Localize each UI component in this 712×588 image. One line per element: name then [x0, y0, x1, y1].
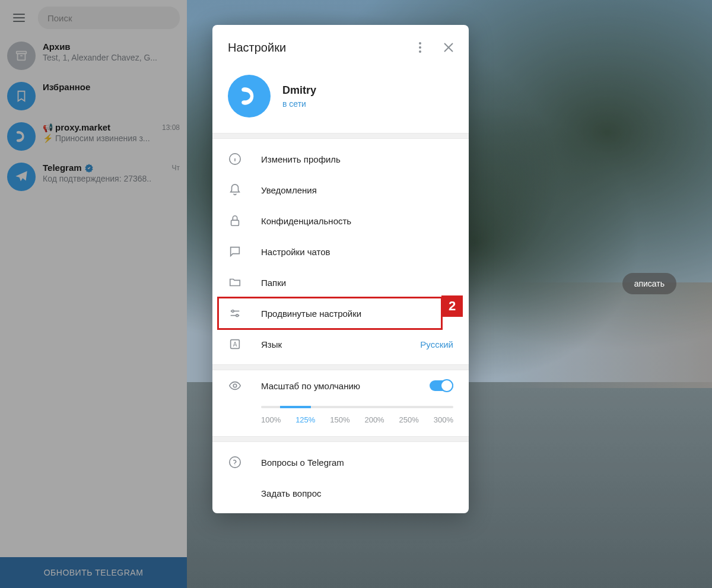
- close-button[interactable]: [437, 36, 460, 59]
- settings-label: Продвинутые настройки: [261, 309, 453, 319]
- settings-edit-profile[interactable]: Изменить профиль: [212, 144, 469, 174]
- divider: [212, 364, 469, 370]
- scale-tick[interactable]: 200%: [364, 415, 384, 424]
- settings-label: Изменить профиль: [261, 154, 453, 164]
- settings-advanced[interactable]: Продвинутые настройки 2: [212, 298, 469, 329]
- info-icon: [228, 152, 242, 166]
- settings-label: Задать вопрос: [261, 488, 453, 498]
- settings-label: Уведомления: [261, 185, 453, 195]
- scale-tick[interactable]: 125%: [295, 415, 315, 424]
- folder-icon: [228, 275, 242, 290]
- settings-language[interactable]: A Язык Русский: [212, 329, 469, 360]
- more-button[interactable]: [408, 36, 432, 59]
- settings-label: Язык: [261, 339, 401, 349]
- svg-rect-11: [231, 220, 239, 225]
- scale-tick[interactable]: 100%: [261, 415, 281, 424]
- settings-chat-settings[interactable]: Настройки чатов: [212, 236, 469, 267]
- help-list: Вопросы о Telegram Задать вопрос: [212, 442, 469, 513]
- settings-value: Русский: [420, 339, 453, 349]
- svg-point-13: [232, 310, 234, 313]
- svg-point-5: [419, 50, 421, 53]
- blank-icon: [228, 486, 242, 500]
- profile-status: в сети: [282, 99, 316, 109]
- lock-icon: [228, 214, 242, 228]
- divider: [212, 436, 469, 442]
- settings-label: Конфиденциальность: [261, 216, 453, 226]
- sidebar: Поиск Архив Test, 1, Alexander Chavez, G…: [0, 0, 187, 588]
- highlight-badge: 2: [441, 295, 463, 317]
- close-icon: [444, 43, 453, 52]
- bell-icon: [228, 183, 242, 197]
- modal-body: Dmitry в сети Изменить профиль Уведомлен…: [212, 70, 469, 513]
- svg-point-4: [419, 46, 421, 49]
- sidebar-dim-overlay: [0, 0, 187, 588]
- settings-label: Вопросы о Telegram: [261, 457, 453, 468]
- scale-tick[interactable]: 300%: [434, 415, 453, 424]
- more-vertical-icon: [419, 42, 421, 53]
- scale-tick[interactable]: 250%: [399, 415, 419, 424]
- svg-point-19: [230, 457, 240, 468]
- settings-list: Изменить профиль Уведомления Конфиденциа…: [212, 139, 469, 364]
- scale-label: Масштаб по умолчанию: [261, 381, 411, 391]
- scale-tick[interactable]: 150%: [330, 415, 349, 424]
- settings-folders[interactable]: Папки: [212, 267, 469, 298]
- sliders-icon: [228, 306, 242, 320]
- scale-fill: [280, 406, 311, 408]
- help-icon: [228, 455, 242, 469]
- svg-text:A: A: [233, 341, 237, 348]
- divider: [212, 133, 469, 139]
- chat-icon: [228, 244, 242, 259]
- scale-toggle[interactable]: [430, 380, 453, 391]
- settings-notifications[interactable]: Уведомления: [212, 174, 469, 205]
- language-icon: A: [228, 337, 242, 351]
- compose-pill[interactable]: аписать: [622, 273, 676, 294]
- eye-icon: [228, 379, 242, 393]
- modal-header: Настройки: [212, 25, 469, 70]
- svg-point-18: [233, 384, 237, 387]
- profile-avatar: [228, 75, 271, 117]
- svg-point-15: [236, 314, 239, 317]
- profile-name: Dmitry: [282, 84, 316, 97]
- settings-ask[interactable]: Задать вопрос: [212, 478, 469, 508]
- svg-point-3: [419, 42, 421, 45]
- scale-ticks: 100% 125% 150% 200% 250% 300%: [261, 415, 453, 424]
- scale-header: Масштаб по умолчанию: [228, 379, 453, 393]
- modal-title: Настройки: [228, 41, 403, 55]
- settings-label: Настройки чатов: [261, 247, 453, 257]
- settings-faq[interactable]: Вопросы о Telegram: [212, 447, 469, 478]
- scale-slider[interactable]: [261, 406, 453, 408]
- settings-label: Папки: [261, 278, 453, 288]
- settings-modal: Настройки Dmitry в сети Изменить профиль: [212, 25, 469, 513]
- profile-info: Dmitry в сети: [282, 84, 316, 109]
- profile-section[interactable]: Dmitry в сети: [212, 70, 469, 133]
- settings-privacy[interactable]: Конфиденциальность: [212, 205, 469, 236]
- scale-section: Масштаб по умолчанию 100% 125% 150% 200%…: [212, 370, 469, 436]
